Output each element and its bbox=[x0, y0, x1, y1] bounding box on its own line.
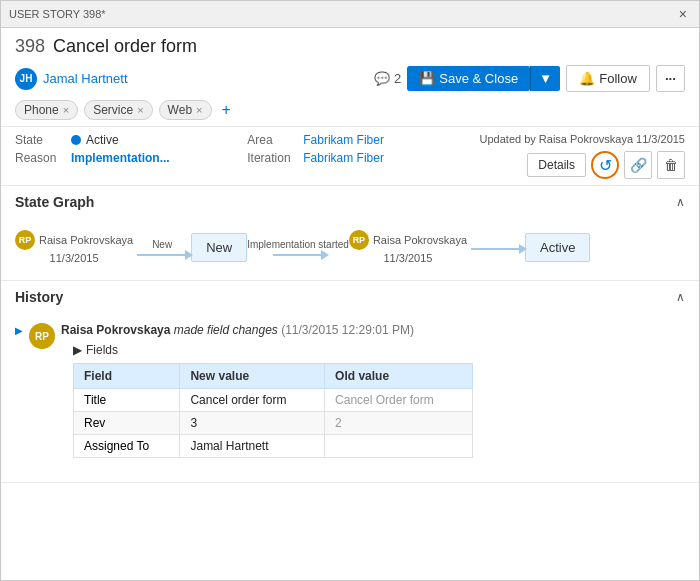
fields-label-0: ▶ Fields bbox=[73, 343, 685, 357]
arrow-line-2 bbox=[273, 254, 323, 256]
comment-number: 2 bbox=[394, 71, 401, 86]
save-close-button[interactable]: 💾 Save & Close bbox=[407, 66, 530, 91]
new-value-title: Cancel order form bbox=[180, 389, 325, 412]
state-graph-header[interactable]: State Graph ∧ bbox=[1, 186, 699, 218]
close-button[interactable]: × bbox=[675, 5, 691, 23]
history-toggle: ∧ bbox=[676, 290, 685, 304]
work-item-id: 398 bbox=[15, 36, 45, 57]
state-row: State Active bbox=[15, 133, 247, 147]
save-close-wrapper: 💾 Save & Close ▼ bbox=[407, 66, 560, 91]
fields-table-body: Title Cancel order form Cancel Order for… bbox=[74, 389, 473, 458]
save-close-label: Save & Close bbox=[439, 71, 518, 86]
tag-web-remove[interactable]: × bbox=[196, 104, 202, 116]
assigned-name[interactable]: Jamal Hartnett bbox=[43, 71, 128, 86]
arrow-label-2: Implementation started bbox=[247, 239, 349, 250]
new-value-assigned: Jamal Hartnett bbox=[180, 435, 325, 458]
work-item-window: USER STORY 398* × 398 Cancel order form … bbox=[0, 0, 700, 581]
arrow-wrapper-1: New bbox=[133, 239, 191, 256]
meta-actions: Updated by Raisa Pokrovskaya 11/3/2015 D… bbox=[480, 133, 685, 179]
tag-phone-label: Phone bbox=[24, 103, 59, 117]
state-text[interactable]: Active bbox=[86, 133, 119, 147]
history-header[interactable]: History ∧ bbox=[1, 281, 699, 313]
iteration-label: Iteration bbox=[247, 151, 297, 165]
area-label: Area bbox=[247, 133, 297, 147]
state-dot bbox=[71, 135, 81, 145]
tag-phone: Phone × bbox=[15, 100, 78, 120]
follow-label: Follow bbox=[599, 71, 637, 86]
more-button[interactable]: ··· bbox=[656, 65, 685, 92]
meta-middle: Area Fabrikam Fiber Iteration Fabrikam F… bbox=[247, 133, 479, 165]
state-user-1: RP Raisa Pokrovskaya 11/3/2015 bbox=[15, 230, 133, 264]
follow-button[interactable]: 🔔 Follow bbox=[566, 65, 650, 92]
state-user-2: RP Raisa Pokrovskaya 11/3/2015 bbox=[349, 230, 467, 264]
state-user-name-2: Raisa Pokrovskaya bbox=[373, 234, 467, 246]
state-graph-toggle: ∧ bbox=[676, 195, 685, 209]
header-section: 398 Cancel order form JH Jamal Hartnett … bbox=[1, 28, 699, 127]
toolbar-actions: 💬 2 💾 Save & Close ▼ 🔔 Follow ··· bbox=[374, 65, 685, 92]
title-bar: USER STORY 398* × bbox=[1, 1, 699, 28]
link-button[interactable]: 🔗 bbox=[624, 151, 652, 179]
work-item-title: 398 Cancel order form bbox=[15, 36, 685, 57]
state-avatar-2: RP bbox=[349, 230, 369, 250]
history-entry-header-0: Raisa Pokrovskaya made field changes (11… bbox=[61, 323, 685, 337]
field-name-rev: Rev bbox=[74, 412, 180, 435]
history-avatar-0: RP bbox=[29, 323, 55, 349]
tag-phone-remove[interactable]: × bbox=[63, 104, 69, 116]
old-value-title: Cancel Order form bbox=[325, 389, 473, 412]
iteration-value[interactable]: Fabrikam Fiber bbox=[303, 151, 384, 165]
state-user-row-1: RP Raisa Pokrovskaya bbox=[15, 230, 133, 250]
state-label: State bbox=[15, 133, 65, 147]
details-button[interactable]: Details bbox=[527, 153, 586, 177]
area-row: Area Fabrikam Fiber bbox=[247, 133, 479, 147]
new-value-rev: 3 bbox=[180, 412, 325, 435]
title-bar-text: USER STORY 398* bbox=[9, 8, 106, 20]
state-box-active: Active bbox=[525, 233, 590, 262]
arrow-2 bbox=[269, 254, 327, 256]
state-user-date-2: 11/3/2015 bbox=[384, 252, 433, 264]
arrow-3 bbox=[467, 248, 525, 250]
area-value[interactable]: Fabrikam Fiber bbox=[303, 133, 384, 147]
history-author-0: Raisa Pokrovskaya bbox=[61, 323, 174, 337]
add-tag-button[interactable]: + bbox=[218, 101, 235, 119]
tag-service-remove[interactable]: × bbox=[137, 104, 143, 116]
tag-service-label: Service bbox=[93, 103, 133, 117]
field-name-title: Title bbox=[74, 389, 180, 412]
state-node-new: RP Raisa Pokrovskaya 11/3/2015 bbox=[15, 230, 133, 264]
fields-table-header: Field New value Old value bbox=[74, 364, 473, 389]
assigned-user: JH Jamal Hartnett bbox=[15, 68, 128, 90]
table-row: Rev 3 2 bbox=[74, 412, 473, 435]
work-item-name[interactable]: Cancel order form bbox=[53, 36, 197, 57]
state-value: Active bbox=[71, 133, 119, 147]
delete-button[interactable]: 🗑 bbox=[657, 151, 685, 179]
state-graph-title: State Graph bbox=[15, 194, 94, 210]
state-graph-section: State Graph ∧ RP Raisa Pokrovskaya 11/3/… bbox=[1, 186, 699, 281]
reason-row: Reason Implementation... bbox=[15, 151, 247, 165]
reason-value[interactable]: Implementation... bbox=[71, 151, 170, 165]
history-date-0: (11/3/2015 12:29:01 PM) bbox=[281, 323, 414, 337]
arrow-wrapper-2: Implementation started bbox=[247, 239, 349, 256]
comment-count[interactable]: 💬 2 bbox=[374, 71, 401, 86]
state-avatar-1: RP bbox=[15, 230, 35, 250]
history-content-0: Raisa Pokrovskaya made field changes (11… bbox=[61, 323, 685, 458]
history-icon-button[interactable]: ↺ bbox=[591, 151, 619, 179]
state-user-date-1: 11/3/2015 bbox=[50, 252, 99, 264]
history-body: ▶ RP Raisa Pokrovskaya made field change… bbox=[1, 313, 699, 482]
iteration-row: Iteration Fabrikam Fiber bbox=[247, 151, 479, 165]
history-title: History bbox=[15, 289, 63, 305]
save-close-dropdown-button[interactable]: ▼ bbox=[530, 66, 560, 91]
meta-left: State Active Reason Implementation... bbox=[15, 133, 247, 165]
history-action-0: made field changes bbox=[174, 323, 281, 337]
fields-section-0: ▶ Fields Field New value Old value bbox=[73, 343, 685, 458]
toolbar-row: JH Jamal Hartnett 💬 2 💾 Save & Close ▼ 🔔 bbox=[15, 65, 685, 92]
meta-section: State Active Reason Implementation... Ar… bbox=[1, 127, 699, 186]
table-row: Title Cancel order form Cancel Order for… bbox=[74, 389, 473, 412]
state-user-name-1: Raisa Pokrovskaya bbox=[39, 234, 133, 246]
state-node-2: RP Raisa Pokrovskaya 11/3/2015 bbox=[349, 230, 467, 264]
state-graph-body: RP Raisa Pokrovskaya 11/3/2015 New New bbox=[1, 218, 699, 280]
follow-icon: 🔔 bbox=[579, 71, 595, 86]
tag-service: Service × bbox=[84, 100, 152, 120]
fields-table-0: Field New value Old value Title bbox=[73, 363, 473, 458]
col-header-new-value: New value bbox=[180, 364, 325, 389]
updated-text: Updated by Raisa Pokrovskaya 11/3/2015 bbox=[480, 133, 685, 145]
comment-icon: 💬 bbox=[374, 71, 390, 86]
